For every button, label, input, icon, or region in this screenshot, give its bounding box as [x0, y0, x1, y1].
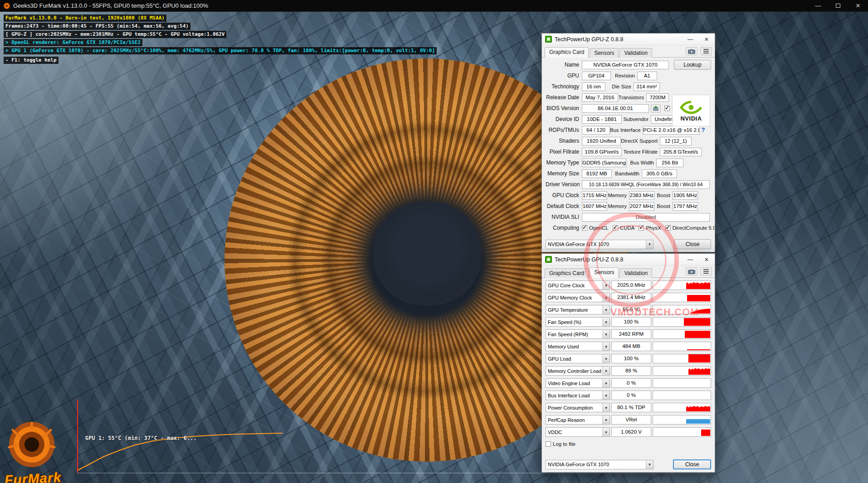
minimize-button[interactable]: —: [682, 254, 698, 265]
directcompute-checkbox[interactable]: [665, 225, 671, 231]
chevron-down-icon: ▾: [602, 379, 610, 387]
physx-label: PhysX: [646, 225, 661, 231]
close-button[interactable]: ✕: [848, 0, 868, 11]
pixel-fillrate-value: 109.8 GPixel/s: [582, 148, 622, 156]
chevron-down-icon: ▾: [602, 305, 610, 314]
row-default-clock: Default Clock 1607 MHz Memory 2027 MHz B…: [546, 201, 711, 212]
sensor-graph: [653, 354, 711, 363]
sensor-select-label: VDDC: [546, 430, 602, 435]
sensor-row: GPU Temperature ▾ 55.0 °C: [546, 304, 711, 315]
furmark-logo-text: FurMark: [4, 469, 77, 483]
technology-label: Technology: [546, 83, 582, 90]
furmark-logo: FurMark: [4, 422, 76, 483]
revision-label: Revision: [611, 73, 637, 78]
chevron-down-icon: ▾: [602, 415, 610, 424]
device-id-value: 10DE - 1B81: [582, 115, 622, 124]
sensor-select-label: Video Engine Load: [546, 381, 602, 386]
sensor-select[interactable]: Memory Controller Load ▾: [546, 366, 610, 376]
computing-label: Computing: [546, 225, 582, 231]
hamburger-icon: [703, 269, 709, 274]
tab-sensors[interactable]: Sensors: [590, 48, 619, 58]
gpuz-card-bottom-bar: NVIDIA GeForce GTX 1070 ▾ Close: [546, 237, 711, 249]
flame-icon: [4, 422, 63, 469]
screenshot-camera-button[interactable]: [686, 47, 697, 55]
lookup-button[interactable]: Lookup: [674, 60, 711, 70]
driver-label: Driver Version: [546, 181, 582, 188]
log-to-file-checkbox[interactable]: [546, 441, 551, 447]
row-computing: Computing OpenCL CUDA PhysX DirectComput…: [546, 222, 711, 233]
chevron-down-icon: ▾: [602, 293, 610, 302]
sensor-value: 89 %: [611, 366, 651, 376]
furmark-osd: FurMark v1.13.0.0 - Burn-in test, 1920x1…: [4, 14, 437, 65]
screen: Geeks3D FurMark v1.13.0.0 - 55FPS, GPU0 …: [0, 0, 868, 483]
bios-save-icon: [653, 106, 658, 111]
sensor-select-label: GPU Temperature: [546, 307, 602, 313]
sensor-value: 1.0620 V: [611, 427, 651, 437]
minimize-button[interactable]: —: [682, 34, 698, 45]
directcompute-label: DirectCompute 5.0: [673, 225, 715, 231]
minimize-button[interactable]: —: [808, 0, 828, 11]
sensor-select[interactable]: Fan Speed (%) ▾: [546, 317, 610, 327]
sensor-select[interactable]: VDDC ▾: [546, 427, 610, 437]
sensor-select[interactable]: Bus Interface Load ▾: [546, 391, 610, 400]
gpuz-sensors-body: GPU Core Clock ▾ 2025.0 MHz GPU Memory C…: [542, 278, 715, 472]
sensor-select[interactable]: GPU Load ▾: [546, 354, 610, 363]
row-memory-size: Memory Size 8192 MB Bandwidth 305.0 GB/s: [546, 168, 711, 179]
sensor-select[interactable]: Video Engine Load ▾: [546, 378, 610, 388]
sensor-value: 484 MB: [611, 342, 651, 351]
close-dialog-button[interactable]: Close: [673, 459, 711, 469]
uefi-checkbox[interactable]: [664, 106, 670, 111]
device-select[interactable]: NVIDIA GeForce GTX 1070 ▾: [546, 460, 653, 469]
sensor-graph: [653, 403, 711, 412]
tab-validation[interactable]: Validation: [619, 268, 652, 278]
sensor-select-label: PerfCap Reason: [546, 417, 602, 423]
chevron-down-icon: ▾: [602, 342, 610, 351]
device-select[interactable]: NVIDIA GeForce GTX 1070 ▾: [546, 240, 653, 249]
bus-width-value: 256 Bit: [656, 159, 683, 167]
maximize-button[interactable]: [828, 0, 848, 11]
tab-validation[interactable]: Validation: [619, 48, 652, 58]
menu-button[interactable]: [700, 47, 712, 55]
sensor-select[interactable]: Power Consumption ▾: [546, 403, 610, 412]
log-to-file-label: Log to file: [553, 441, 575, 447]
osd-line: Frames:2473 - time:00:00:45 - FPS:55 (mi…: [4, 23, 190, 30]
sensor-value: 55.0 °C: [611, 305, 651, 314]
menu-button[interactable]: [700, 267, 712, 275]
osd-line: > GPU 1 (GeForce GTX 1070) - core: 2025M…: [4, 47, 437, 54]
cuda-checkbox[interactable]: [613, 225, 618, 231]
tab-graphics-card[interactable]: Graphics Card: [545, 47, 589, 58]
osd-line: [ GPU-Z ] core:2025MHz - mem:2381MHz - G…: [4, 31, 226, 38]
sensor-graph: [653, 366, 711, 376]
sensor-select[interactable]: GPU Temperature ▾: [546, 305, 610, 314]
screenshot-camera-button[interactable]: [686, 267, 697, 275]
sensor-select-label: Fan Speed (%): [546, 319, 602, 325]
sensor-select[interactable]: GPU Core Clock ▾: [546, 280, 610, 290]
opencl-checkbox[interactable]: [582, 225, 587, 231]
close-button[interactable]: ✕: [698, 254, 715, 265]
sensor-select[interactable]: Fan Speed (RPM) ▾: [546, 329, 610, 339]
physx-checkbox[interactable]: [639, 225, 644, 231]
sensor-row: GPU Load ▾ 100 %: [546, 353, 711, 364]
chevron-down-icon: ▾: [602, 281, 610, 290]
bios-value: 86.04.1E.00.01: [582, 104, 649, 113]
default-boost-clock-label: Boost: [654, 203, 673, 209]
sensor-rows: GPU Core Clock ▾ 2025.0 MHz GPU Memory C…: [546, 280, 711, 439]
rops-label: ROPs/TMUs: [546, 127, 582, 133]
sensor-graph: [653, 378, 711, 388]
subvendor-label: Subvendor: [622, 116, 651, 122]
bus-interface-help-link[interactable]: ?: [702, 127, 705, 133]
tab-graphics-card[interactable]: Graphics Card: [545, 268, 589, 278]
sensor-graph: [653, 391, 711, 400]
close-dialog-button[interactable]: Close: [674, 239, 711, 249]
sensor-select[interactable]: Memory Used ▾: [546, 342, 610, 351]
default-boost-clock-value: 1797 MHz: [673, 202, 698, 211]
sensor-graph: [653, 293, 711, 302]
sensor-select[interactable]: GPU Memory Clock ▾: [546, 293, 610, 302]
sensor-select-label: GPU Load: [546, 356, 602, 362]
sensor-select[interactable]: PerfCap Reason ▾: [546, 415, 610, 425]
gpuz-app-icon: [545, 256, 552, 263]
close-button[interactable]: ✕: [698, 34, 715, 45]
tab-sensors[interactable]: Sensors: [590, 267, 619, 278]
texture-fillrate-value: 205.8 GTexel/s: [660, 148, 702, 156]
bios-export-button[interactable]: [651, 104, 661, 113]
